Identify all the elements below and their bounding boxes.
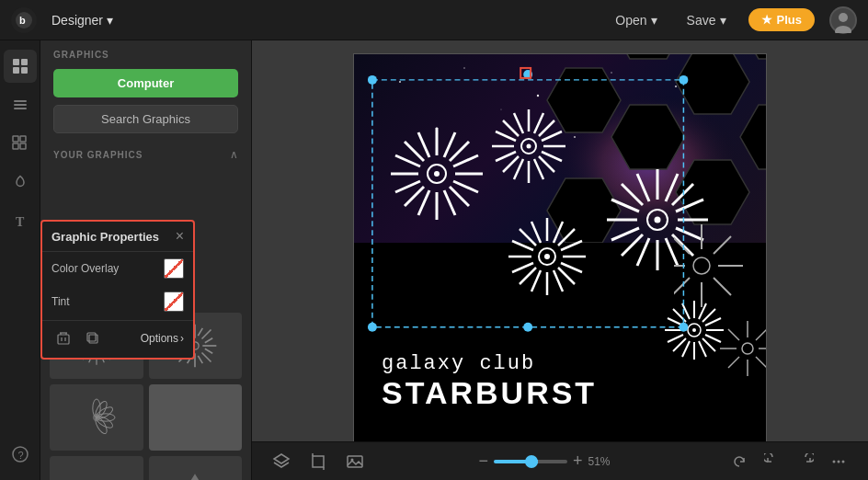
graphic-properties-close-button[interactable]: ×: [176, 229, 184, 244]
svg-point-202: [838, 460, 840, 463]
svg-point-63: [537, 95, 539, 97]
delete-graphic-button[interactable]: [51, 326, 75, 350]
svg-line-92: [453, 155, 478, 166]
svg-line-106: [534, 159, 543, 179]
canvas[interactable]: galaxy club STARBURST: [353, 53, 767, 467]
svg-line-84: [450, 187, 469, 206]
graphic-thumb-4[interactable]: [149, 384, 243, 451]
image-button[interactable]: [340, 447, 370, 476]
svg-line-101: [503, 120, 519, 136]
plus-button[interactable]: ★ Plus: [748, 8, 815, 31]
svg-line-83: [405, 142, 424, 161]
sidebar-item-grid[interactable]: [4, 127, 37, 160]
avatar[interactable]: [829, 6, 857, 34]
undo-button[interactable]: [758, 447, 787, 476]
svg-point-177: [693, 257, 710, 274]
svg-marker-74: [740, 54, 766, 59]
sidebar-item-favorites[interactable]: [4, 166, 37, 199]
your-graphics-label: YOUR GRAPHICS: [53, 150, 230, 160]
svg-line-85: [450, 142, 469, 161]
canvas-toolbar: − + 51%: [252, 441, 868, 480]
svg-line-105: [514, 113, 523, 133]
svg-point-59: [93, 414, 100, 421]
zoom-in-button[interactable]: +: [573, 451, 583, 471]
svg-line-140: [622, 234, 643, 256]
svg-line-174: [714, 278, 731, 295]
svg-line-110: [542, 131, 562, 141]
options-chevron-icon: ›: [180, 332, 184, 345]
graphic-thumb-5[interactable]: [50, 456, 143, 480]
svg-line-122: [520, 268, 536, 284]
your-graphics-chevron-icon[interactable]: ∧: [230, 148, 238, 161]
svg-rect-9: [14, 100, 27, 102]
search-graphics-button[interactable]: Search Graphics: [53, 105, 238, 133]
your-graphics-header: YOUR GRAPHICS ∧: [40, 141, 251, 165]
canvas-area: galaxy club STARBURST: [252, 40, 868, 480]
open-button[interactable]: Open ▾: [608, 9, 664, 31]
sidebar-item-help[interactable]: ?: [4, 438, 37, 471]
zoom-out-button[interactable]: −: [478, 451, 488, 471]
svg-line-148: [666, 174, 678, 201]
svg-rect-15: [20, 143, 26, 149]
redo-button[interactable]: [791, 447, 820, 476]
svg-line-175: [714, 236, 731, 254]
svg-line-124: [554, 270, 563, 291]
graphics-section-title: GRAPHICS: [40, 40, 251, 65]
svg-line-89: [395, 155, 420, 166]
tint-swatch[interactable]: [164, 291, 184, 312]
svg-line-120: [558, 268, 575, 284]
zoom-controls: − + 51%: [478, 451, 615, 471]
sidebar-item-layers[interactable]: [4, 88, 37, 121]
rotate-cw-button[interactable]: [725, 447, 754, 476]
tint-label: Tint: [51, 295, 164, 308]
svg-point-114: [527, 144, 531, 149]
logo[interactable]: b: [11, 7, 37, 33]
svg-rect-11: [14, 108, 27, 109]
svg-line-111: [514, 159, 523, 179]
crop-button[interactable]: [303, 447, 333, 476]
star-icon: ★: [761, 13, 772, 27]
duplicate-graphic-button[interactable]: [81, 326, 105, 350]
sidebar-item-text[interactable]: T: [4, 204, 37, 237]
svg-rect-10: [14, 104, 27, 106]
svg-rect-199: [348, 456, 362, 467]
svg-text:T: T: [16, 215, 25, 229]
svg-line-102: [539, 156, 554, 172]
save-chevron-icon: ▾: [720, 13, 726, 28]
svg-line-127: [512, 263, 533, 272]
color-overlay-label: Color Overlay: [51, 262, 164, 275]
svg-line-128: [561, 241, 582, 250]
svg-line-147: [637, 238, 649, 266]
svg-line-123: [531, 222, 541, 243]
app-chevron-icon: ▾: [107, 13, 113, 28]
svg-line-103: [539, 120, 554, 136]
more-button[interactable]: [824, 447, 853, 476]
sidebar-item-graphics[interactable]: [4, 50, 37, 83]
computer-button[interactable]: Computer: [53, 69, 238, 97]
svg-point-65: [675, 86, 677, 87]
color-overlay-row: Color Overlay: [42, 252, 193, 285]
svg-rect-19: [58, 335, 69, 344]
color-overlay-swatch[interactable]: [164, 258, 184, 279]
layers-toolbar-button[interactable]: [267, 447, 296, 476]
app-name[interactable]: Designer ▾: [51, 13, 113, 28]
svg-point-64: [611, 72, 611, 73]
options-button[interactable]: Options ›: [141, 332, 184, 345]
svg-line-108: [542, 152, 562, 161]
svg-line-125: [512, 241, 533, 250]
graphic-thumb-3[interactable]: [50, 384, 143, 451]
main-layout: T ? GRAPHICS Computer Search Graphics YO…: [0, 40, 868, 480]
graphic-properties-footer: Options ›: [42, 320, 193, 350]
svg-line-112: [534, 113, 543, 133]
icon-sidebar: T ?: [0, 40, 40, 480]
svg-line-143: [611, 200, 639, 211]
svg-point-203: [842, 460, 845, 463]
svg-line-42: [202, 330, 211, 339]
graphic-thumb-6[interactable]: [149, 456, 243, 480]
svg-line-49: [199, 356, 203, 363]
graphic-properties-popup: Graphic Properties × Color Overlay Tint: [40, 220, 195, 360]
zoom-slider[interactable]: [494, 460, 567, 463]
svg-line-126: [561, 263, 582, 272]
save-button[interactable]: Save ▾: [680, 9, 734, 31]
svg-marker-75: [611, 54, 685, 59]
